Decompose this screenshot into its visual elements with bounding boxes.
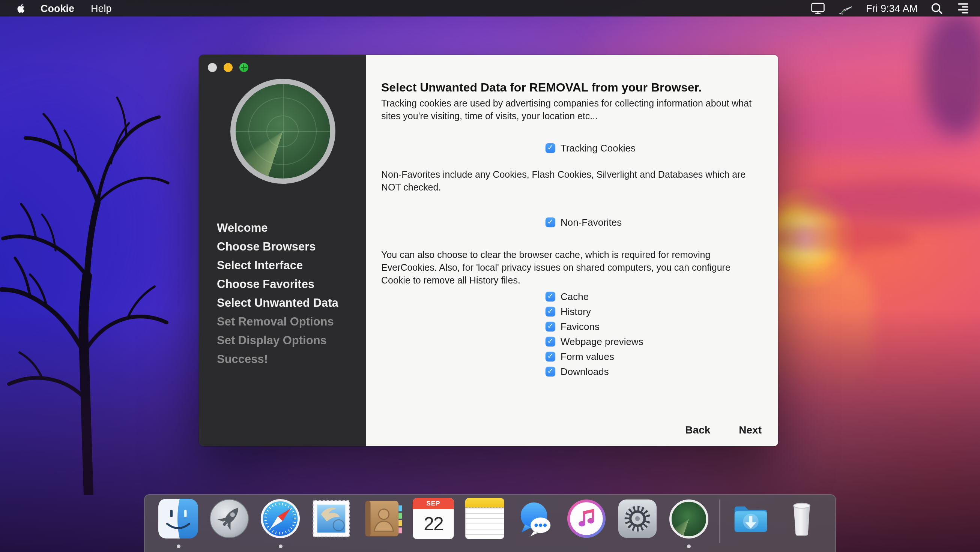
nav-step-success[interactable]: Success! (217, 349, 339, 368)
checkbox-row-webpage-previews[interactable]: ✓ Webpage previews (546, 334, 756, 349)
running-indicator (687, 544, 690, 548)
menu-bar: Cookie Help Fri 9:34 AM (0, 0, 980, 16)
checkbox-row-form-values[interactable]: ✓ Form values (546, 349, 756, 364)
calendar-icon: SEP 22 (413, 498, 454, 539)
dock-icon-itunes[interactable] (566, 498, 607, 539)
notification-center-icon[interactable] (956, 2, 970, 14)
dock-icon-downloads[interactable] (730, 498, 772, 539)
next-button[interactable]: Next (734, 423, 766, 436)
checkbox-row-favicons[interactable]: ✓ Favicons (546, 319, 756, 334)
dock-icon-finder[interactable] (158, 498, 199, 539)
checkbox-label: Tracking Cookies (560, 142, 636, 153)
checkbox-row-downloads[interactable]: ✓ Downloads (546, 364, 756, 379)
itunes-music-icon (566, 498, 607, 539)
nav-step-choose-favorites[interactable]: Choose Favorites (217, 274, 339, 293)
checkbox-label: Downloads (560, 366, 609, 377)
calendar-day: 22 (413, 509, 454, 538)
tracking-cookies-description: Tracking cookies are used by advertising… (381, 97, 756, 123)
dock-icon-safari[interactable] (259, 498, 301, 539)
window-sidebar: Welcome Choose Browsers Select Interface… (199, 55, 366, 446)
cookie-radar-icon (669, 500, 708, 538)
app-menu-cookie[interactable]: Cookie (41, 3, 74, 14)
checkbox-label: Form values (560, 351, 614, 362)
menu-item-help[interactable]: Help (91, 3, 112, 14)
checkmark-icon: ✓ (547, 144, 554, 152)
checkmark-icon: ✓ (547, 352, 554, 360)
data-checkbox-list: ✓ Cache ✓ History ✓ Favicons ✓ Webpage p… (546, 289, 756, 379)
nav-step-welcome[interactable]: Welcome (217, 218, 339, 237)
gear-icon (617, 498, 658, 539)
checkbox-label: Favicons (560, 320, 600, 332)
dock-icon-trash[interactable] (781, 498, 822, 539)
calendar-month: SEP (413, 498, 454, 509)
checkbox-label: Webpage previews (560, 336, 643, 347)
checkbox-form-values[interactable]: ✓ (546, 351, 555, 361)
radar-logo-icon (230, 79, 335, 184)
checkbox-row-non-favorites[interactable]: ✓ Non-Favorites (546, 216, 756, 228)
checkbox-history[interactable]: ✓ (546, 306, 555, 316)
minimize-button[interactable] (224, 63, 232, 72)
spotlight-search-icon[interactable] (931, 2, 943, 14)
menu-bar-clock[interactable]: Fri 9:34 AM (866, 3, 918, 14)
checkbox-row-cache[interactable]: ✓ Cache (546, 289, 756, 304)
mail-stamp-icon (311, 498, 352, 539)
checkmark-icon: ✓ (547, 308, 554, 315)
checkmark-icon: ✓ (547, 218, 554, 226)
display-mirroring-icon[interactable] (810, 2, 826, 15)
dock-icon-notes[interactable] (464, 498, 505, 539)
dock-icon-contacts[interactable] (362, 498, 403, 539)
dock-icon-system-preferences[interactable] (617, 498, 658, 539)
desktop-screen: Cookie Help Fri 9:34 AM (0, 0, 980, 552)
checkbox-non-favorites[interactable]: ✓ (546, 217, 555, 227)
back-button[interactable]: Back (681, 423, 715, 436)
dock-icon-mail[interactable] (311, 498, 352, 539)
close-button[interactable] (208, 63, 217, 72)
non-favorites-description: Non-Favorites include any Cookies, Flash… (381, 169, 756, 194)
nav-step-select-interface[interactable]: Select Interface (217, 256, 339, 274)
checkbox-webpage-previews[interactable]: ✓ (546, 336, 555, 346)
checkbox-favicons[interactable]: ✓ (546, 321, 555, 331)
checkbox-cache[interactable]: ✓ (546, 291, 555, 301)
nav-step-set-display-options[interactable]: Set Display Options (217, 331, 339, 349)
dock-icon-cookie[interactable] (668, 498, 709, 539)
downloads-folder-icon (730, 498, 772, 539)
dock-icon-messages[interactable] (515, 498, 556, 539)
launchpad-rocket-icon (208, 498, 250, 539)
dock-icon-calendar[interactable]: SEP 22 (413, 498, 454, 539)
zoom-button[interactable] (239, 63, 248, 72)
cursor-status-icon[interactable] (838, 2, 853, 15)
nav-step-select-unwanted-data[interactable]: Select Unwanted Data (217, 293, 339, 312)
page-title: Select Unwanted Data for REMOVAL from yo… (381, 80, 756, 95)
dock: SEP 22 (144, 494, 836, 552)
checkbox-label: Cache (560, 290, 589, 302)
trash-icon (781, 498, 822, 539)
checkbox-label: Non-Favorites (560, 216, 622, 228)
checkmark-icon: ✓ (547, 338, 554, 345)
checkbox-label: History (560, 306, 591, 317)
dock-icon-launchpad[interactable] (208, 498, 250, 539)
checkbox-row-tracking-cookies[interactable]: ✓ Tracking Cookies (546, 142, 756, 154)
checkbox-tracking-cookies[interactable]: ✓ (546, 143, 555, 152)
finder-icon (158, 498, 199, 539)
setup-steps-nav: Welcome Choose Browsers Select Interface… (217, 218, 339, 368)
messages-bubble-icon (515, 498, 556, 539)
checkmark-icon: ✓ (547, 322, 554, 330)
checkbox-downloads[interactable]: ✓ (546, 366, 555, 376)
checkmark-icon: ✓ (547, 292, 554, 300)
cache-description: You can also choose to clear the browser… (381, 249, 756, 287)
safari-compass-icon (259, 498, 301, 539)
contacts-book-icon (362, 498, 403, 539)
nav-step-choose-browsers[interactable]: Choose Browsers (217, 237, 339, 256)
dock-separator (719, 500, 721, 543)
window-content: Select Unwanted Data for REMOVAL from yo… (366, 55, 778, 446)
notes-icon (465, 498, 504, 539)
running-indicator (177, 544, 180, 548)
apple-icon (14, 2, 25, 14)
checkmark-icon: ✓ (547, 368, 554, 375)
running-indicator (278, 544, 282, 548)
apple-menu[interactable] (14, 2, 25, 14)
traffic-lights (208, 63, 248, 72)
nav-step-set-removal-options[interactable]: Set Removal Options (217, 312, 339, 331)
checkbox-row-history[interactable]: ✓ History (546, 304, 756, 319)
cookie-setup-window: Welcome Choose Browsers Select Interface… (199, 55, 778, 446)
